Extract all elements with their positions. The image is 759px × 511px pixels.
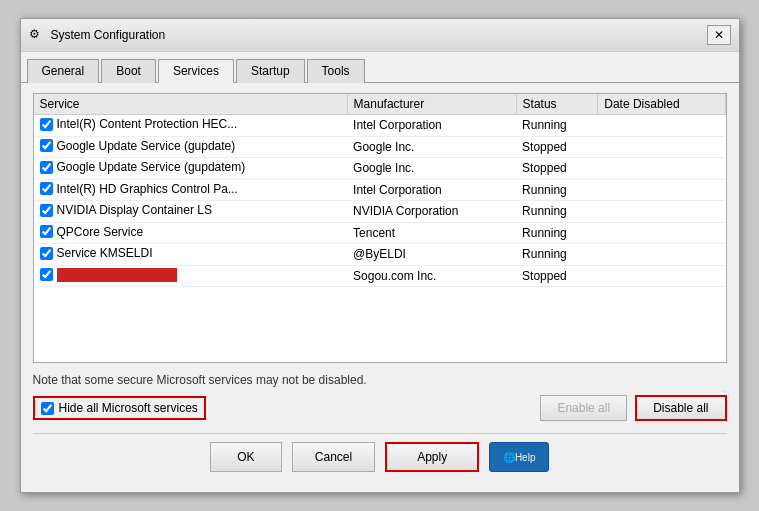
status-cell: Stopped <box>516 158 598 180</box>
service-checkbox[interactable] <box>40 118 53 131</box>
enable-disable-buttons: Enable all Disable all <box>540 395 726 421</box>
date-disabled-cell <box>598 201 725 223</box>
redacted-service-name <box>57 268 177 282</box>
service-name: NVIDIA Display Container LS <box>57 203 212 217</box>
tab-services[interactable]: Services <box>158 59 234 83</box>
status-cell: Running <box>516 115 598 137</box>
date-disabled-cell <box>598 222 725 244</box>
manufacturer-cell: NVIDIA Corporation <box>347 201 516 223</box>
service-cell: QPCore Service <box>34 222 348 244</box>
tab-startup[interactable]: Startup <box>236 59 305 83</box>
services-table: Service Manufacturer Status Date Disable… <box>34 94 726 287</box>
manufacturer-cell: Intel Corporation <box>347 115 516 137</box>
service-checkbox[interactable] <box>40 204 53 217</box>
title-bar: ⚙ System Configuration ✕ <box>21 19 739 52</box>
status-cell: Running <box>516 244 598 266</box>
manufacturer-cell: Intel Corporation <box>347 179 516 201</box>
status-cell: Running <box>516 201 598 223</box>
service-checkbox[interactable] <box>40 247 53 260</box>
table-row: Intel(R) Content Protection HEC...Intel … <box>34 115 726 137</box>
service-name: Intel(R) Content Protection HEC... <box>57 117 238 131</box>
hide-microsoft-container: Hide all Microsoft services <box>33 396 206 420</box>
date-disabled-cell <box>598 265 725 287</box>
service-checkbox[interactable] <box>40 182 53 195</box>
hide-microsoft-label: Hide all Microsoft services <box>59 401 198 415</box>
service-checkbox[interactable] <box>40 139 53 152</box>
apply-button[interactable]: Apply <box>385 442 479 472</box>
table-row: NVIDIA Display Container LSNVIDIA Corpor… <box>34 201 726 223</box>
date-disabled-cell <box>598 115 725 137</box>
manufacturer-cell: Tencent <box>347 222 516 244</box>
service-name: Intel(R) HD Graphics Control Pa... <box>57 182 238 196</box>
col-date-disabled: Date Disabled <box>598 94 725 115</box>
service-name: Google Update Service (gupdate) <box>57 139 236 153</box>
manufacturer-cell: @ByELDI <box>347 244 516 266</box>
note-text: Note that some secure Microsoft services… <box>33 373 727 387</box>
table-row: Sogou.com Inc.Stopped <box>34 265 726 287</box>
table-row: Google Update Service (gupdatem)Google I… <box>34 158 726 180</box>
system-configuration-window: ⚙ System Configuration ✕ General Boot Se… <box>20 18 740 493</box>
service-name: Service KMSELDI <box>57 246 153 260</box>
service-cell: Intel(R) HD Graphics Control Pa... <box>34 179 348 201</box>
table-header-row: Service Manufacturer Status Date Disable… <box>34 94 726 115</box>
status-cell: Running <box>516 179 598 201</box>
tab-tools[interactable]: Tools <box>307 59 365 83</box>
content-area: Service Manufacturer Status Date Disable… <box>21 83 739 492</box>
tab-general[interactable]: General <box>27 59 100 83</box>
status-cell: Stopped <box>516 136 598 158</box>
manufacturer-cell: Google Inc. <box>347 136 516 158</box>
dialog-buttons: OK Cancel Apply 🌐 Help <box>33 433 727 482</box>
window-title: System Configuration <box>51 28 166 42</box>
services-table-container[interactable]: Service Manufacturer Status Date Disable… <box>33 93 727 363</box>
table-row: QPCore ServiceTencentRunning <box>34 222 726 244</box>
service-cell: Intel(R) Content Protection HEC... <box>34 115 348 137</box>
date-disabled-cell <box>598 179 725 201</box>
table-row: Service KMSELDI@ByELDIRunning <box>34 244 726 266</box>
service-cell <box>34 265 348 287</box>
col-status: Status <box>516 94 598 115</box>
col-manufacturer: Manufacturer <box>347 94 516 115</box>
service-cell: NVIDIA Display Container LS <box>34 201 348 223</box>
cancel-button[interactable]: Cancel <box>292 442 375 472</box>
tab-bar: General Boot Services Startup Tools <box>21 52 739 83</box>
service-checkbox[interactable] <box>40 161 53 174</box>
globe-icon: 🌐 <box>503 452 515 463</box>
app-icon: ⚙ <box>29 27 45 43</box>
title-bar-left: ⚙ System Configuration <box>29 27 166 43</box>
status-cell: Stopped <box>516 265 598 287</box>
table-row: Google Update Service (gupdate)Google In… <box>34 136 726 158</box>
service-cell: Google Update Service (gupdate) <box>34 136 348 158</box>
service-cell: Service KMSELDI <box>34 244 348 266</box>
service-checkbox[interactable] <box>40 225 53 238</box>
date-disabled-cell <box>598 136 725 158</box>
col-service: Service <box>34 94 348 115</box>
ok-button[interactable]: OK <box>210 442 282 472</box>
service-checkbox[interactable] <box>40 268 53 281</box>
manufacturer-cell: Sogou.com Inc. <box>347 265 516 287</box>
date-disabled-cell <box>598 158 725 180</box>
bottom-actions: Hide all Microsoft services Enable all D… <box>33 395 727 421</box>
service-cell: Google Update Service (gupdatem) <box>34 158 348 180</box>
close-button[interactable]: ✕ <box>707 25 731 45</box>
table-row: Intel(R) HD Graphics Control Pa...Intel … <box>34 179 726 201</box>
service-name: Google Update Service (gupdatem) <box>57 160 246 174</box>
disable-all-button[interactable]: Disable all <box>635 395 726 421</box>
enable-all-button[interactable]: Enable all <box>540 395 627 421</box>
manufacturer-cell: Google Inc. <box>347 158 516 180</box>
help-button[interactable]: 🌐 Help <box>489 442 549 472</box>
status-cell: Running <box>516 222 598 244</box>
tab-boot[interactable]: Boot <box>101 59 156 83</box>
service-name: QPCore Service <box>57 225 144 239</box>
hide-microsoft-checkbox[interactable] <box>41 402 54 415</box>
date-disabled-cell <box>598 244 725 266</box>
